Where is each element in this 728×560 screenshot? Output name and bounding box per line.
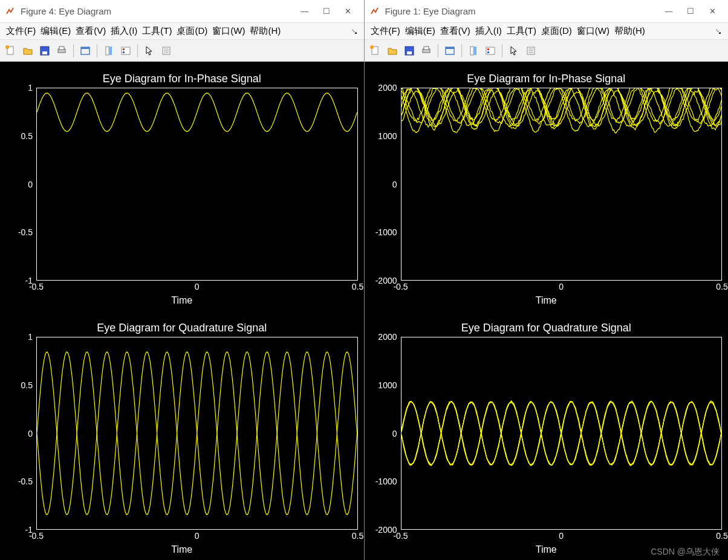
menu-file[interactable]: 文件(F) (6, 25, 36, 37)
svg-rect-25 (470, 47, 473, 55)
svg-rect-9 (109, 47, 112, 55)
menu-help[interactable]: 帮助(H) (250, 25, 281, 37)
menu-insert[interactable]: 插入(I) (111, 25, 137, 37)
svg-rect-20 (407, 51, 412, 54)
subplot-inphase: Eye Diagram for In-Phase Signal 1 0.5 0 … (0, 62, 364, 311)
y-axis: 1 0.5 0 -0.5 -1 (6, 88, 36, 281)
subplot-quadrature: Eye Diagram for Quadrature Signal 2000 1… (365, 311, 729, 560)
dock-icon[interactable] (443, 44, 457, 58)
dock-icon[interactable] (78, 44, 93, 58)
legend-icon[interactable] (483, 44, 498, 58)
watermark: CSDN @乌恩大侠 (651, 547, 720, 558)
new-file-icon[interactable] (4, 44, 18, 58)
plot-canvas[interactable] (36, 88, 358, 281)
menu-tools[interactable]: 工具(T) (507, 25, 536, 37)
plot-canvas[interactable] (401, 337, 723, 530)
menu-edit[interactable]: 编辑(E) (41, 25, 71, 37)
print-icon[interactable] (419, 44, 434, 58)
legend-icon[interactable] (119, 44, 133, 58)
titlebar[interactable]: Figure 1: Eye Diagram ― ☐ ✕ (365, 0, 729, 23)
plot-title: Eye Diagram for In-Phase Signal (371, 73, 723, 85)
menu-tools[interactable]: 工具(T) (142, 25, 172, 37)
y-axis: 1 0.5 0 -0.5 -1 (6, 337, 36, 530)
figure-window-1: Figure 1: Eye Diagram ― ☐ ✕ 文件(F) 编辑(E) … (365, 0, 729, 560)
close-button[interactable]: ✕ (701, 0, 723, 22)
plot-canvas[interactable] (401, 88, 723, 281)
toolbar (365, 40, 729, 62)
svg-rect-28 (487, 48, 489, 50)
minimize-button[interactable]: ― (294, 0, 316, 22)
menu-view[interactable]: 查看(V) (76, 25, 106, 37)
menu-help[interactable]: 帮助(H) (614, 25, 645, 37)
menu-window[interactable]: 窗口(W) (577, 25, 609, 37)
subplot-quadrature: Eye Diagram for Quadrature Signal 1 0.5 … (0, 311, 364, 560)
svg-rect-7 (81, 47, 89, 49)
figure-window-4: Figure 4: Eye Diagram ― ☐ ✕ 文件(F) 编辑(E) … (0, 0, 365, 560)
svg-rect-27 (486, 47, 495, 54)
plot-title: Eye Diagram for Quadrature Signal (6, 322, 358, 334)
plot-area: Eye Diagram for In-Phase Signal 1 0.5 0 … (0, 62, 364, 560)
print-icon[interactable] (54, 44, 69, 58)
menubar: 文件(F) 编辑(E) 查看(V) 插入(I) 工具(T) 桌面(D) 窗口(W… (0, 23, 364, 40)
plot-area: Eye Diagram for In-Phase Signal 2000 100… (365, 62, 729, 560)
minimize-button[interactable]: ― (658, 0, 680, 22)
svg-rect-11 (123, 48, 125, 50)
x-label: Time (6, 544, 358, 558)
x-axis: -0.5 0 0.5 (401, 530, 723, 544)
properties-icon[interactable] (524, 44, 538, 58)
maximize-button[interactable]: ☐ (316, 0, 337, 22)
open-folder-icon[interactable] (21, 44, 35, 58)
plot-title: Eye Diagram for Quadrature Signal (371, 322, 723, 334)
menu-insert[interactable]: 插入(I) (475, 25, 502, 37)
maximize-button[interactable]: ☐ (680, 0, 701, 22)
new-file-icon[interactable] (368, 44, 383, 58)
svg-rect-12 (123, 51, 125, 53)
colorbar-icon[interactable] (466, 44, 481, 58)
x-axis: -0.5 0 0.5 (401, 281, 723, 295)
matlab-icon (369, 6, 380, 17)
svg-rect-29 (487, 51, 489, 53)
svg-point-18 (370, 45, 374, 49)
svg-rect-8 (106, 47, 109, 55)
plot-title: Eye Diagram for In-Phase Signal (6, 73, 358, 85)
menubar: 文件(F) 编辑(E) 查看(V) 插入(I) 工具(T) 桌面(D) 窗口(W… (365, 23, 729, 40)
svg-rect-24 (446, 47, 454, 49)
save-icon[interactable] (402, 44, 417, 58)
x-label: Time (371, 295, 723, 308)
toolbar (0, 40, 364, 62)
menu-window[interactable]: 窗口(W) (212, 25, 245, 37)
svg-rect-3 (42, 51, 47, 54)
window-title: Figure 1: Eye Diagram (385, 6, 476, 16)
menu-desktop[interactable]: 桌面(D) (541, 25, 572, 37)
menu-overflow-icon[interactable]: ⭨ (715, 27, 722, 36)
matlab-icon (5, 6, 16, 17)
save-icon[interactable] (37, 44, 52, 58)
svg-rect-10 (122, 47, 130, 54)
svg-rect-26 (474, 47, 476, 55)
pointer-icon[interactable] (142, 44, 157, 58)
properties-icon[interactable] (159, 44, 174, 58)
open-folder-icon[interactable] (385, 44, 400, 58)
y-axis: 2000 1000 0 -1000 -2000 (371, 88, 401, 281)
x-label: Time (6, 295, 358, 308)
close-button[interactable]: ✕ (337, 0, 359, 22)
menu-edit[interactable]: 编辑(E) (405, 25, 435, 37)
titlebar[interactable]: Figure 4: Eye Diagram ― ☐ ✕ (0, 0, 364, 23)
menu-view[interactable]: 查看(V) (440, 25, 470, 37)
colorbar-icon[interactable] (102, 44, 116, 58)
svg-rect-22 (424, 47, 429, 50)
svg-point-1 (5, 45, 9, 49)
x-axis: -0.5 0 0.5 (36, 281, 358, 295)
menu-desktop[interactable]: 桌面(D) (177, 25, 207, 37)
plot-canvas[interactable] (36, 337, 358, 530)
menu-overflow-icon[interactable]: ⭨ (351, 27, 358, 36)
subplot-inphase: Eye Diagram for In-Phase Signal 2000 100… (365, 62, 729, 311)
pointer-icon[interactable] (507, 44, 521, 58)
svg-rect-5 (59, 47, 64, 50)
x-axis: -0.5 0 0.5 (36, 530, 358, 544)
window-title: Figure 4: Eye Diagram (21, 6, 111, 16)
y-axis: 2000 1000 0 -1000 -2000 (371, 337, 401, 530)
menu-file[interactable]: 文件(F) (371, 25, 400, 37)
